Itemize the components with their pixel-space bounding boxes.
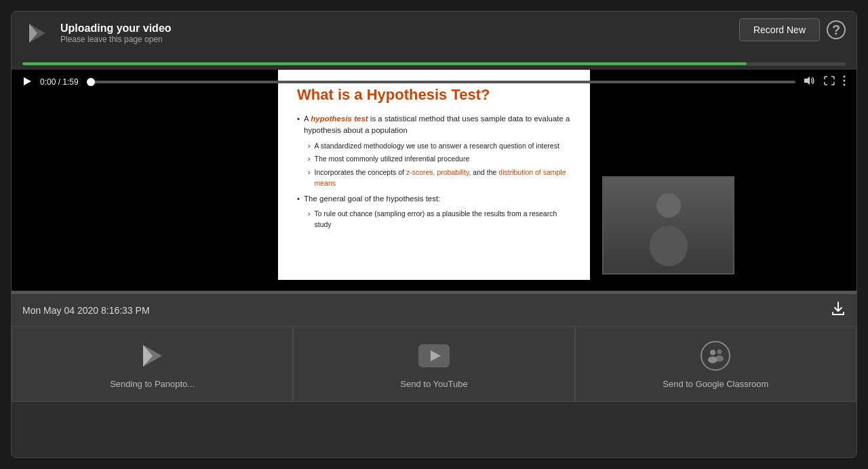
fullscreen-button[interactable] xyxy=(824,76,835,88)
progress-fill xyxy=(22,62,747,65)
youtube-card-icon xyxy=(418,340,450,372)
youtube-icon xyxy=(418,344,450,367)
panopto-card-label: Sending to Panopto... xyxy=(110,379,195,389)
youtube-card-label: Send to YouTube xyxy=(400,379,467,389)
classroom-icon xyxy=(706,348,725,364)
app-container: Uploading your video Please leave this p… xyxy=(11,11,857,458)
bullet-1-text: A hypothesis test is a statistical metho… xyxy=(304,113,571,137)
panopto-card-icon xyxy=(136,340,169,372)
webcam-overlay xyxy=(602,176,734,274)
info-bar: Mon May 04 2020 8:16:33 PM xyxy=(12,293,856,326)
fullscreen-icon xyxy=(824,76,835,85)
slide-sub-4: › To rule out chance (sampling error) as… xyxy=(308,209,571,230)
more-icon xyxy=(843,75,846,86)
progress-track xyxy=(22,62,846,66)
header-wrapper: Uploading your video Please leave this p… xyxy=(12,12,856,70)
help-icon[interactable]: ? xyxy=(827,20,846,39)
svg-marker-4 xyxy=(24,77,31,85)
upload-title: Uploading your video xyxy=(60,22,172,35)
seek-bar[interactable] xyxy=(87,81,795,83)
upload-subtitle: Please leave this page open xyxy=(60,35,172,44)
svg-point-2 xyxy=(656,193,681,218)
slide-bullet-2: • The general goal of the hypothesis tes… xyxy=(297,193,571,205)
bullet-dot-1: • xyxy=(297,113,300,137)
panopto-icon xyxy=(138,341,167,371)
volume-icon xyxy=(804,76,816,85)
send-to-google-classroom-card[interactable]: Send to Google Classroom xyxy=(575,326,856,402)
record-new-button[interactable]: Record New xyxy=(739,18,820,41)
svg-point-3 xyxy=(650,226,688,266)
action-cards: Sending to Panopto... Send to YouTube xyxy=(12,326,856,402)
send-to-panopto-card[interactable]: Sending to Panopto... xyxy=(12,326,293,402)
hypothesis-highlight: hypothesis test xyxy=(311,115,368,123)
header-left: Uploading your video Please leave this p… xyxy=(22,18,172,48)
slide-title: What is a Hypothesis Test? xyxy=(297,86,571,104)
gc-icon xyxy=(701,341,730,371)
download-icon xyxy=(831,301,846,316)
slide-sub-3: › Incorporates the concepts of z-scores,… xyxy=(308,167,571,189)
header-right: Record New ? xyxy=(739,18,846,41)
svg-point-16 xyxy=(715,355,724,361)
svg-point-6 xyxy=(844,76,846,78)
send-to-youtube-card[interactable]: Send to YouTube xyxy=(293,326,574,402)
download-button[interactable] xyxy=(831,301,846,319)
header: Uploading your video Please leave this p… xyxy=(12,12,856,62)
svg-point-13 xyxy=(710,350,715,355)
google-classroom-card-icon xyxy=(699,340,732,372)
svg-point-15 xyxy=(717,349,722,354)
video-section: What is a Hypothesis Test? • A hypothesi… xyxy=(12,70,856,293)
zscores-link: z-scores, probability xyxy=(406,168,469,176)
time-display: 0:00 / 1:59 xyxy=(40,77,79,87)
video-timestamp: Mon May 04 2020 8:16:33 PM xyxy=(22,305,150,316)
play-icon xyxy=(22,77,32,86)
svg-point-7 xyxy=(844,80,846,82)
slide-bullet-1: • A hypothesis test is a statistical met… xyxy=(297,113,571,137)
person-svg xyxy=(642,185,696,266)
svg-point-8 xyxy=(844,84,846,86)
slide-sub-1: › A standardized methodology we use to a… xyxy=(308,141,571,152)
seek-thumb xyxy=(87,78,95,86)
svg-marker-5 xyxy=(804,77,810,85)
upload-progress-section xyxy=(12,62,856,70)
play-button[interactable] xyxy=(22,77,32,88)
slide-sub-2: › The most commonly utilized inferential… xyxy=(308,154,571,165)
video-seek-track[interactable] xyxy=(12,291,856,293)
panopto-logo xyxy=(22,18,52,48)
google-classroom-card-label: Send to Google Classroom xyxy=(663,379,768,389)
header-text: Uploading your video Please leave this p… xyxy=(60,22,172,44)
slide-content: What is a Hypothesis Test? • A hypothesi… xyxy=(278,70,590,280)
volume-button[interactable] xyxy=(804,76,816,88)
slide-body: • A hypothesis test is a statistical met… xyxy=(297,113,571,230)
more-options-button[interactable] xyxy=(843,75,846,89)
person-silhouette xyxy=(604,178,733,273)
